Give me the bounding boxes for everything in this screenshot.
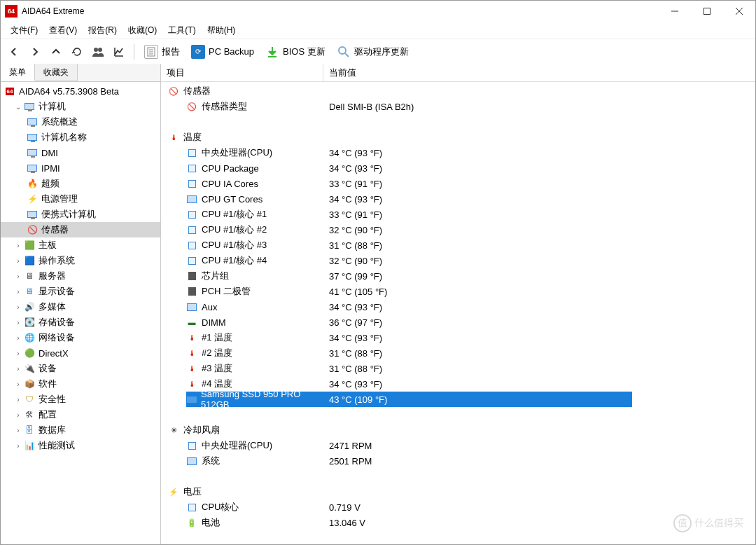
column-value[interactable]: 当前值: [323, 64, 755, 81]
expand-icon[interactable]: ›: [13, 242, 23, 249]
tree-item[interactable]: › 💽 存储设备: [1, 315, 160, 330]
sensor-label: #3 温度: [202, 362, 232, 375]
toolbar-drivers[interactable]: 驱动程序更新: [332, 42, 413, 62]
maximize-button[interactable]: [691, 1, 723, 22]
tree-item[interactable]: › 🛠 配置: [1, 407, 160, 422]
toolbar-pcbackup[interactable]: ⟳ PC Backup: [187, 42, 258, 62]
menu-file[interactable]: 文件(F): [5, 23, 43, 38]
sensor-row[interactable]: CPU Package 34 °C (93 °F): [161, 160, 755, 176]
sensor-row[interactable]: PCH 二极管 41 °C (105 °F): [161, 284, 755, 299]
expand-icon[interactable]: ›: [13, 442, 23, 450]
tree-item[interactable]: 🚫 传感器: [1, 222, 160, 237]
sensor-row[interactable]: 芯片组 37 °C (99 °F): [161, 268, 755, 284]
tree-item-icon: 📊: [23, 439, 36, 452]
sensor-row[interactable]: CPU IA Cores 33 °C (91 °F): [161, 176, 755, 191]
sensor-row[interactable]: CPU #1/核心 #2 32 °C (90 °F): [161, 222, 755, 237]
sensor-row[interactable]: 中央处理器(CPU) 2471 RPM: [161, 438, 755, 453]
expand-icon[interactable]: ›: [13, 288, 23, 296]
tree-item[interactable]: › 🟦 操作系统: [1, 253, 160, 268]
users-button[interactable]: [89, 43, 107, 61]
sensor-row[interactable]: 🚫传感器类型 Dell SMI-B (ISA B2h): [161, 99, 755, 114]
menu-view[interactable]: 查看(V): [43, 23, 83, 38]
tree-item[interactable]: › 🛡 安全性: [1, 392, 160, 407]
sensor-row[interactable]: Aux 34 °C (93 °F): [161, 299, 755, 315]
graph-button[interactable]: [110, 43, 128, 61]
toolbar-bios[interactable]: BIOS 更新: [261, 42, 330, 62]
sensor-row[interactable]: CPU核心 0.719 V: [161, 499, 755, 515]
group-row[interactable]: 🌡温度: [161, 130, 755, 145]
expand-icon[interactable]: ›: [13, 427, 23, 434]
tree-item[interactable]: 系统概述: [1, 114, 160, 130]
nav-back-button[interactable]: [5, 43, 23, 61]
tree-item[interactable]: › 🟩 主板: [1, 237, 160, 253]
tree-item-icon: 🟩: [23, 239, 36, 251]
tree-item[interactable]: › 🖥 显示设备: [1, 284, 160, 299]
menu-report[interactable]: 报告(R): [83, 23, 122, 38]
sensor-row[interactable]: 🌡#1 温度 34 °C (93 °F): [161, 330, 755, 345]
tree-item[interactable]: › 📊 性能测试: [1, 438, 160, 453]
sensor-row[interactable]: 🔋电池 13.046 V: [161, 515, 755, 530]
toolbar-report[interactable]: 报告: [140, 42, 184, 62]
group-row[interactable]: 🚫传感器: [161, 83, 755, 99]
expand-icon[interactable]: ›: [13, 257, 23, 265]
expand-icon[interactable]: ›: [13, 350, 23, 357]
tree-item[interactable]: › 🖥 服务器: [1, 268, 160, 284]
expand-icon[interactable]: ›: [13, 380, 23, 388]
tree-root[interactable]: 64 AIDA64 v5.75.3908 Beta: [1, 83, 160, 99]
menu-favorites[interactable]: 收藏(O): [122, 23, 162, 38]
sensor-row[interactable]: 中央处理器(CPU) 34 °C (93 °F): [161, 145, 755, 160]
minimize-button[interactable]: [659, 1, 691, 22]
tree-item-icon: 💽: [23, 316, 36, 329]
column-item[interactable]: 项目: [161, 64, 323, 81]
menu-help[interactable]: 帮助(H): [202, 23, 241, 38]
tree-item[interactable]: › 🔊 多媒体: [1, 299, 160, 315]
sensor-row-selected[interactable]: Samsung SSD 950 PRO 512GB 43 °C (109 °F): [161, 392, 755, 407]
tree-item-icon: 📦: [23, 378, 36, 390]
close-button[interactable]: [723, 1, 755, 22]
tree-item[interactable]: › 🗄 数据库: [1, 422, 160, 438]
expand-icon[interactable]: ›: [13, 365, 23, 373]
refresh-button[interactable]: [68, 43, 86, 61]
menu-tools[interactable]: 工具(T): [162, 23, 201, 38]
sensor-value: 31 °C (88 °F): [323, 364, 755, 374]
tree-item[interactable]: › 🔌 设备: [1, 361, 160, 376]
sensor-row[interactable]: CPU #1/核心 #3 31 °C (88 °F): [161, 237, 755, 253]
expand-icon[interactable]: ›: [13, 411, 23, 419]
sensor-row[interactable]: CPU #1/核心 #4 32 °C (90 °F): [161, 253, 755, 268]
expand-icon[interactable]: ›: [13, 303, 23, 311]
collapse-icon[interactable]: ⌄: [13, 103, 23, 111]
tab-menu[interactable]: 菜单: [1, 64, 35, 81]
main-area: 菜单 收藏夹 64 AIDA64 v5.75.3908 Beta ⌄ 计算机 系…: [1, 64, 755, 544]
tree-item[interactable]: 计算机名称: [1, 130, 160, 145]
tree-item[interactable]: › 📦 软件: [1, 376, 160, 392]
tree-item[interactable]: › 🌐 网络设备: [1, 330, 160, 345]
expand-icon[interactable]: ›: [13, 319, 23, 326]
sensor-label: CPU核心: [202, 501, 239, 513]
nav-forward-button[interactable]: [26, 43, 44, 61]
tree-item[interactable]: DMI: [1, 145, 160, 160]
expand-icon[interactable]: ›: [13, 272, 23, 280]
tree-item[interactable]: 便携式计算机: [1, 207, 160, 222]
sensor-list[interactable]: 🚫传感器 🚫传感器类型 Dell SMI-B (ISA B2h) 🌡温度 中央处…: [161, 82, 755, 544]
sensor-row[interactable]: 🌡#2 温度 31 °C (88 °F): [161, 345, 755, 361]
tree-item[interactable]: › 🟢 DirectX: [1, 345, 160, 361]
sensor-row[interactable]: 系统 2501 RPM: [161, 453, 755, 469]
tab-favorites[interactable]: 收藏夹: [35, 64, 78, 81]
tree-item[interactable]: 🔥 超频: [1, 176, 160, 191]
nav-up-button[interactable]: [47, 43, 65, 61]
sensor-row[interactable]: 🌡#3 温度 31 °C (88 °F): [161, 361, 755, 376]
sensor-row[interactable]: CPU GT Cores 34 °C (93 °F): [161, 191, 755, 207]
content-header: 项目 当前值: [161, 64, 755, 82]
tree-computer[interactable]: ⌄ 计算机: [1, 99, 160, 114]
tree-item-label: DMI: [41, 148, 58, 158]
tree-item[interactable]: ⚡ 电源管理: [1, 191, 160, 207]
group-label: 冷却风扇: [183, 424, 220, 436]
sensor-row[interactable]: ▬DIMM 36 °C (97 °F): [161, 315, 755, 330]
group-row[interactable]: ⚡电压: [161, 484, 755, 499]
group-row[interactable]: ✳冷却风扇: [161, 422, 755, 438]
expand-icon[interactable]: ›: [13, 396, 23, 403]
nav-tree[interactable]: 64 AIDA64 v5.75.3908 Beta ⌄ 计算机 系统概述 计算机…: [1, 82, 160, 544]
tree-item[interactable]: IPMI: [1, 160, 160, 176]
expand-icon[interactable]: ›: [13, 334, 23, 342]
sensor-row[interactable]: CPU #1/核心 #1 33 °C (91 °F): [161, 207, 755, 222]
